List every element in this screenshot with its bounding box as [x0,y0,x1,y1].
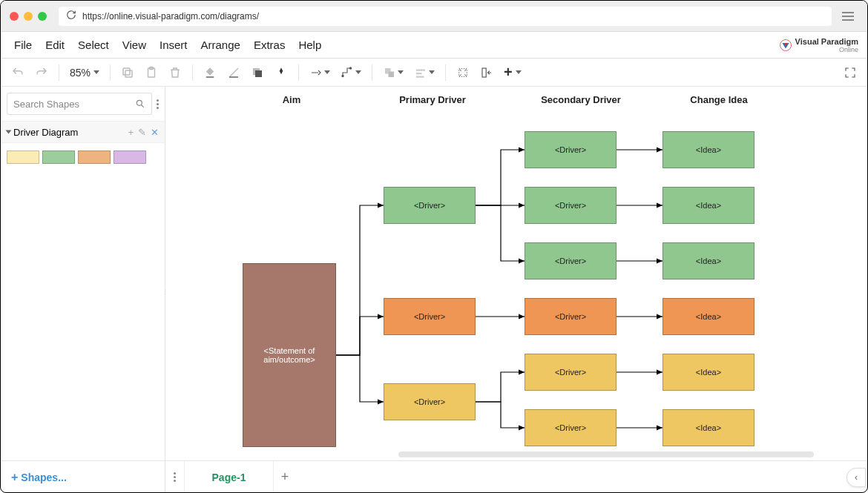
hamburger-icon[interactable] [838,8,858,24]
node-secondary-3[interactable]: <Driver> [525,242,617,279]
fullscreen-button[interactable] [844,66,857,79]
svg-rect-5 [206,76,214,78]
shape-driver-orange[interactable] [78,150,111,164]
canvas[interactable]: Aim Primary Driver Secondary Driver Chan… [165,87,867,460]
svg-rect-17 [482,68,486,77]
search-icon [135,99,145,109]
browser-chrome: https://online.visual-paradigm.com/diagr… [1,1,867,32]
shape-driver-green[interactable] [42,150,75,164]
svg-rect-1 [125,70,132,77]
window-controls [10,12,47,21]
maximize-window-icon[interactable] [38,12,47,21]
zoom-value: 85% [70,67,91,79]
redo-button[interactable] [35,66,48,79]
node-idea-3[interactable]: <Idea> [662,242,754,279]
palette-title: Driver Diagram [13,127,78,138]
search-input[interactable]: Search Shapes [7,93,152,115]
sidebar: Search Shapes Driver Diagram + ✎ ✕ [1,87,165,460]
svg-rect-6 [229,76,238,78]
fill-color-button[interactable] [203,66,217,79]
menu-bar: File Edit Select View Insert Arrange Ext… [1,32,867,59]
autosize-button[interactable] [456,66,470,79]
footer: + Shapes... Page-1 + ‹ [1,460,867,493]
menu-edit[interactable]: Edit [45,39,65,51]
node-idea-5[interactable]: <Idea> [662,354,754,391]
svg-rect-15 [416,76,424,77]
to-front-button[interactable] [383,66,404,79]
zoom-select[interactable]: 85% [70,67,99,79]
toolbar: 85% + [1,59,867,87]
minimize-window-icon[interactable] [24,12,33,21]
menu-select[interactable]: Select [78,39,109,51]
node-secondary-1[interactable]: <Driver> [525,131,617,168]
close-window-icon[interactable] [10,12,19,21]
page-menu-icon[interactable] [165,461,185,493]
reload-icon[interactable] [66,10,76,22]
logo-text: Visual Paradigm [795,37,858,46]
menu-help[interactable]: Help [298,39,321,51]
waypoints-button[interactable] [341,66,361,79]
style-button[interactable] [274,66,288,79]
svg-point-10 [349,67,351,68]
palette-body [1,143,165,171]
node-idea-4[interactable]: <Idea> [662,298,754,335]
node-aim[interactable]: <Statement of aim/outcome> [243,263,336,447]
more-shapes-menu-icon[interactable] [157,99,159,109]
more-shapes-button[interactable]: + Shapes... [1,461,165,493]
palette-header[interactable]: Driver Diagram + ✎ ✕ [1,121,165,143]
node-primary-3[interactable]: <Driver> [384,383,476,420]
node-secondary-4[interactable]: <Driver> [525,298,617,335]
logo-subtext: Online [795,46,858,53]
delete-button[interactable] [168,66,182,79]
fit-button[interactable] [480,66,493,79]
url-text: https://online.visual-paradigm.com/diagr… [82,11,259,21]
shadow-button[interactable] [251,66,264,79]
add-button[interactable]: + [504,64,522,81]
undo-button[interactable] [11,66,24,79]
add-palette-icon[interactable]: + [128,127,134,138]
node-primary-2[interactable]: <Driver> [384,298,476,335]
shape-idea[interactable] [114,150,146,164]
url-bar[interactable]: https://online.visual-paradigm.com/diagr… [59,7,832,26]
menu-insert[interactable]: Insert [160,39,188,51]
node-idea-6[interactable]: <Idea> [662,409,754,446]
menu-extras[interactable]: Extras [254,39,286,51]
paste-button[interactable] [145,66,158,79]
svg-rect-14 [416,73,422,74]
svg-rect-2 [123,68,130,75]
copy-button[interactable] [121,66,134,79]
svg-rect-12 [389,71,395,77]
plus-icon: + [11,471,18,484]
node-secondary-5[interactable]: <Driver> [525,354,617,391]
svg-rect-8 [255,70,262,77]
node-secondary-6[interactable]: <Driver> [525,409,617,446]
align-button[interactable] [414,66,435,79]
add-page-button[interactable]: + [274,469,296,485]
shapes-label: Shapes... [21,472,66,483]
menu-view[interactable]: View [122,39,146,51]
connection-style-button[interactable] [309,66,330,79]
line-color-button[interactable] [227,66,240,79]
svg-point-18 [137,100,142,105]
shape-aim[interactable] [7,150,39,164]
page-tab-1[interactable]: Page-1 [185,461,274,493]
horizontal-scrollbar[interactable] [398,451,814,457]
menu-arrange[interactable]: Arrange [201,39,240,51]
node-idea-1[interactable]: <Idea> [662,131,754,168]
close-palette-icon[interactable]: ✕ [151,127,159,138]
menu-file[interactable]: File [14,39,32,51]
svg-point-9 [342,75,343,76]
node-primary-1[interactable]: <Driver> [384,187,476,224]
node-secondary-2[interactable]: <Driver> [525,187,617,224]
logo[interactable]: Visual Paradigm Online [779,37,858,53]
svg-rect-13 [416,69,425,70]
search-placeholder: Search Shapes [13,99,79,110]
edit-palette-icon[interactable]: ✎ [138,127,146,138]
collapse-icon [6,130,12,134]
node-idea-2[interactable]: <Idea> [662,187,754,224]
expand-outline-icon[interactable]: ‹ [846,468,866,487]
